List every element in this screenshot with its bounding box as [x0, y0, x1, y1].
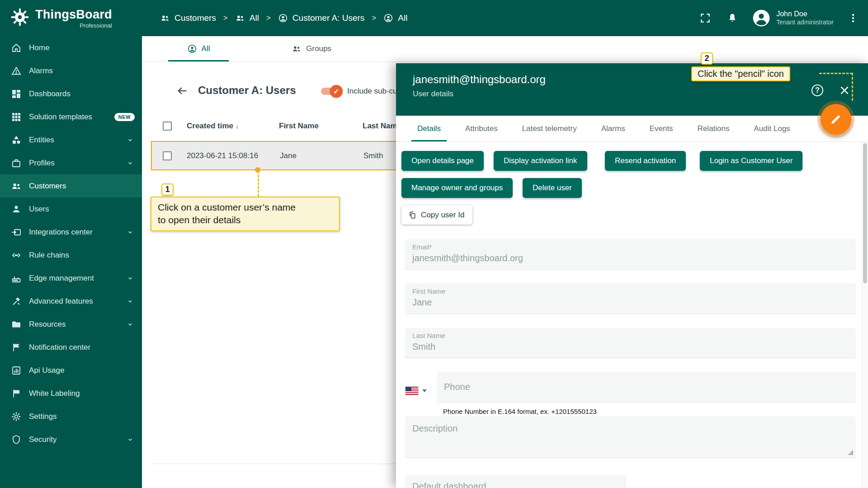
sidebar-item-advanced-features[interactable]: Advanced features [0, 290, 142, 313]
router-icon [11, 273, 22, 284]
sidebar-item-users[interactable]: Users [0, 197, 142, 221]
sidebar-item-rule-chains[interactable]: Rule chains [0, 244, 142, 267]
row-checkbox[interactable] [163, 151, 172, 160]
tab-relations[interactable]: Relations [685, 116, 742, 141]
last-name-label: Last Name [412, 332, 445, 339]
sidebar-item-label: Home [29, 43, 49, 52]
default-dashboard-label: Default dashboard [412, 481, 486, 488]
sidebar-item-settings[interactable]: Settings [0, 405, 142, 428]
sidebar-item-home[interactable]: Home [0, 36, 142, 59]
sidebar-item-resources[interactable]: Resources [0, 313, 142, 336]
description-placeholder: Description [412, 423, 458, 434]
column-first-name[interactable]: First Name [279, 122, 319, 131]
annotation-connector-line [819, 73, 853, 74]
edit-pencil-fab[interactable] [821, 104, 851, 135]
annotation-text-line2: to open their details [158, 214, 333, 226]
panel-scrollbar[interactable] [862, 142, 868, 488]
delete-user-button[interactable]: Delete user [523, 178, 582, 198]
breadcrumb-all-groups[interactable]: All [235, 13, 259, 23]
folder-icon [11, 319, 22, 330]
briefcase-icon [11, 158, 22, 169]
open-details-page-button[interactable]: Open details page [401, 151, 484, 171]
panel-header: janesmith@thingsboard.org User details ? [396, 63, 868, 116]
help-button[interactable]: ? [810, 83, 825, 98]
tab-all[interactable]: All [160, 36, 237, 61]
sidebar-item-api-usage[interactable]: Api Usage [0, 359, 142, 382]
sidebar-item-integrations-center[interactable]: Integrations center [0, 221, 142, 244]
integrations-icon [11, 227, 22, 238]
first-name-field[interactable]: First Name Jane [405, 283, 856, 314]
sidebar-item-security[interactable]: Security [0, 428, 142, 451]
caret-down-icon [422, 389, 427, 392]
close-button[interactable] [837, 83, 852, 98]
cell-last-name: Smith [363, 151, 383, 160]
breadcrumb-all-users[interactable]: All [383, 13, 407, 23]
email-label: Email* [412, 243, 432, 251]
sidebar-item-edge-management[interactable]: Edge management [0, 267, 142, 290]
first-name-value: Jane [412, 297, 432, 308]
chevron-down-icon [126, 159, 135, 168]
back-button[interactable] [175, 83, 190, 99]
step2-badge: 2 [701, 52, 713, 65]
chart-icon [11, 365, 22, 376]
user-icon [11, 204, 22, 215]
breadcrumb-customer-a-users[interactable]: Customer A: Users [278, 13, 364, 23]
copy-user-id-button[interactable]: Copy user Id [401, 205, 472, 225]
resend-activation-button[interactable]: Resend activation [605, 151, 686, 171]
breadcrumb-label: Customers [175, 13, 216, 23]
home-icon [11, 42, 22, 53]
brand-logo[interactable]: ThingsBoard Professional [0, 0, 142, 36]
resize-handle[interactable] [848, 450, 853, 455]
login-as-customer-user-button[interactable]: Login as Customer User [700, 151, 802, 171]
email-field[interactable]: Email* janesmith@thingsboard.org [405, 239, 856, 270]
close-icon [839, 84, 850, 96]
tab-events[interactable]: Events [637, 116, 685, 141]
tab-audit-logs[interactable]: Audit Logs [742, 116, 802, 141]
sidebar-item-customers[interactable]: Customers [0, 174, 142, 197]
sidebar-item-white-labeling[interactable]: White Labeling [0, 382, 142, 405]
tab-latest-telemetry[interactable]: Latest telemetry [510, 116, 589, 141]
notifications-button[interactable] [725, 10, 740, 26]
description-field[interactable]: Description [405, 416, 856, 458]
sidebar-item-label: Entities [29, 136, 54, 145]
shield-icon [11, 434, 22, 445]
tab-groups[interactable]: Groups [273, 36, 350, 61]
sidebar-item-solution-templates[interactable]: Solution templates NEW [0, 105, 142, 128]
annotation-connector-dot [255, 167, 260, 173]
bell-icon [726, 12, 738, 24]
more-menu-button[interactable] [845, 10, 861, 26]
default-dashboard-field[interactable]: Default dashboard [405, 475, 626, 488]
user-menu[interactable]: John Doe Tenant administrator [752, 9, 834, 28]
user-details-panel: janesmith@thingsboard.org User details ?… [396, 63, 868, 488]
tools-icon [11, 296, 22, 307]
column-created-time[interactable]: Created time ↓ [187, 122, 239, 131]
phone-country-select[interactable] [405, 379, 433, 403]
sidebar-item-alarms[interactable]: Alarms [0, 59, 142, 82]
sort-desc-icon: ↓ [236, 122, 239, 130]
fullscreen-button[interactable] [698, 10, 713, 26]
page-title: Customer A: Users [198, 84, 296, 97]
phone-field[interactable]: Phone [437, 372, 856, 403]
fullscreen-icon [699, 12, 711, 24]
sidebar-item-label: White Labeling [29, 389, 80, 398]
brand-name: ThingsBoard [35, 8, 112, 22]
manage-owner-and-groups-button[interactable]: Manage owner and groups [401, 178, 513, 198]
sidebar-item-profiles[interactable]: Profiles [0, 151, 142, 174]
tab-details[interactable]: Details [405, 116, 453, 141]
tab-attributes[interactable]: Attributes [453, 116, 510, 141]
cell-first-name: Jane [280, 151, 297, 160]
user-role: Tenant administrator [776, 19, 834, 27]
sidebar-item-dashboards[interactable]: Dashboards [0, 82, 142, 105]
tab-alarms[interactable]: Alarms [589, 116, 637, 141]
top-header: Customers > All > Customer A: Users > Al… [142, 0, 868, 36]
last-name-field[interactable]: Last Name Smith [405, 328, 856, 358]
sidebar-item-entities[interactable]: Entities [0, 128, 142, 151]
include-sub-customers-toggle[interactable]: ✓ [321, 87, 342, 96]
sidebar-item-notification-center[interactable]: Notification center [0, 336, 142, 359]
last-name-value: Smith [412, 342, 435, 352]
scrollbar-thumb[interactable] [863, 143, 867, 283]
select-all-checkbox[interactable] [163, 122, 172, 131]
customers-icon [11, 181, 22, 192]
display-activation-link-button[interactable]: Display activation link [494, 151, 587, 171]
breadcrumb-customers[interactable]: Customers [160, 13, 216, 23]
